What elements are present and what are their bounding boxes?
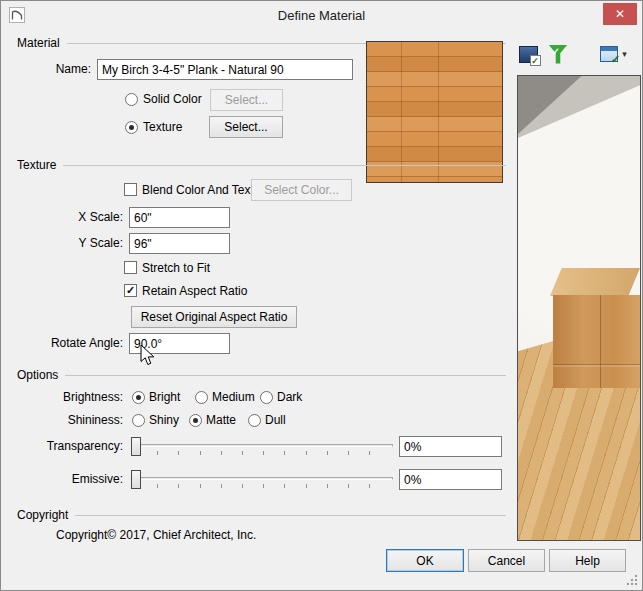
rotate-angle-label: Rotate Angle:: [17, 333, 123, 354]
material-section-label: Material: [17, 36, 60, 50]
texture-section-label: Texture: [17, 158, 56, 172]
view-options-icon: ✓: [600, 46, 618, 62]
texture-section-header: Texture: [17, 158, 506, 172]
brightness-medium-radio[interactable]: [195, 391, 208, 404]
blend-color-texture-checkbox[interactable]: [124, 183, 137, 196]
define-material-dialog: Define Material ✕ Material Name: Solid C…: [0, 0, 643, 591]
preview-view-options-button[interactable]: ✓ ▾: [593, 41, 634, 67]
brightness-bright-radio[interactable]: [132, 391, 145, 404]
apply-filter-icon: ✓: [549, 45, 568, 64]
shininess-dull-radio[interactable]: [248, 414, 261, 427]
x-scale-label: X Scale:: [17, 207, 123, 228]
options-section-rule: [65, 375, 506, 376]
shininess-dull-label[interactable]: Dull: [265, 410, 286, 430]
transparency-slider[interactable]: [131, 436, 393, 458]
brightness-label: Brightness:: [17, 387, 123, 408]
name-label: Name:: [17, 59, 91, 80]
help-button[interactable]: Help: [549, 549, 626, 572]
preview-apply-filter-button[interactable]: ✓: [545, 41, 571, 67]
shininess-shiny-radio[interactable]: [132, 414, 145, 427]
stretch-to-fit-checkbox[interactable]: [124, 261, 137, 274]
copyright-section-header: Copyright: [17, 508, 506, 522]
emissive-input[interactable]: [399, 469, 502, 490]
options-section-header: Options: [17, 368, 506, 382]
brightness-dark-label[interactable]: Dark: [277, 387, 302, 407]
emissive-slider[interactable]: [131, 469, 393, 491]
preview-wood-box-top: [550, 268, 640, 296]
y-scale-label: Y Scale:: [17, 233, 123, 254]
solid-color-radio[interactable]: [125, 93, 138, 106]
shininess-matte-radio[interactable]: [189, 414, 202, 427]
options-section-label: Options: [17, 368, 58, 382]
texture-select-button[interactable]: Select...: [209, 116, 283, 138]
close-icon: ✕: [615, 7, 625, 21]
transparency-slider-ticks: [136, 451, 390, 455]
preview-display-toggle-button[interactable]: ✓: [515, 41, 541, 67]
solid-color-select-button: Select...: [210, 89, 283, 111]
rotate-angle-input[interactable]: [129, 333, 230, 354]
texture-radio-label[interactable]: Texture: [143, 117, 182, 137]
texture-radio[interactable]: [125, 121, 138, 134]
brightness-medium-label[interactable]: Medium: [212, 387, 255, 407]
material-3d-preview[interactable]: [517, 75, 641, 541]
copyright-text: Copyright© 2017, Chief Architect, Inc.: [56, 525, 256, 545]
check-icon: ✓: [611, 54, 620, 65]
y-scale-input[interactable]: [129, 233, 230, 254]
titlebar[interactable]: Define Material ✕: [1, 1, 642, 29]
ok-button[interactable]: OK: [386, 549, 464, 572]
texture-section-rule: [63, 165, 506, 166]
preview-wood-box-front: [553, 295, 640, 388]
copyright-section-rule: [75, 515, 506, 516]
material-name-input[interactable]: [97, 59, 353, 80]
emissive-label: Emissive:: [17, 469, 123, 490]
retain-aspect-ratio-checkbox[interactable]: ✓: [124, 284, 137, 297]
copyright-section-label: Copyright: [17, 508, 68, 522]
check-icon: ✓: [530, 55, 541, 66]
shininess-matte-label[interactable]: Matte: [206, 410, 236, 430]
shininess-label: Shininess:: [17, 410, 123, 431]
checkmark-icon: ✓: [126, 285, 135, 296]
check-icon: ✓: [552, 46, 560, 58]
shininess-shiny-label[interactable]: Shiny: [149, 410, 179, 430]
stretch-to-fit-label[interactable]: Stretch to Fit: [142, 258, 210, 278]
emissive-slider-thumb[interactable]: [131, 470, 141, 489]
x-scale-input[interactable]: [129, 207, 230, 228]
emissive-slider-ticks: [136, 484, 390, 488]
transparency-label: Transparency:: [17, 436, 123, 457]
dropdown-arrow-icon[interactable]: ▾: [622, 49, 627, 59]
transparency-input[interactable]: [399, 436, 502, 457]
transparency-slider-thumb[interactable]: [131, 437, 141, 456]
retain-aspect-ratio-label[interactable]: Retain Aspect Ratio: [142, 281, 247, 301]
cancel-button[interactable]: Cancel: [468, 549, 545, 572]
close-button[interactable]: ✕: [603, 3, 637, 25]
emissive-slider-track: [131, 477, 393, 480]
brightness-dark-radio[interactable]: [260, 391, 273, 404]
select-color-button: Select Color...: [251, 179, 352, 201]
reset-aspect-ratio-button[interactable]: Reset Original Aspect Ratio: [131, 306, 297, 328]
solid-color-label[interactable]: Solid Color: [143, 89, 202, 109]
transparency-slider-track: [131, 444, 393, 447]
display-toggle-icon: ✓: [519, 46, 538, 63]
resize-grip[interactable]: [625, 573, 638, 586]
brightness-bright-label[interactable]: Bright: [149, 387, 180, 407]
dialog-title: Define Material: [1, 8, 642, 23]
